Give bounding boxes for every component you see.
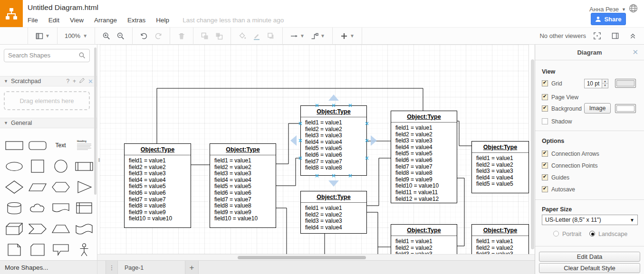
shape-rectangle[interactable] xyxy=(2,135,26,156)
background-color-swatch[interactable] xyxy=(615,104,636,113)
shape-text[interactable]: Text xyxy=(49,135,72,156)
shape-trapezoid[interactable] xyxy=(49,218,72,239)
shape-hexagon[interactable] xyxy=(49,177,72,198)
paper-size-select[interactable]: US-Letter (8,5" x 11") ▼ xyxy=(542,215,638,225)
shape-cloud[interactable] xyxy=(26,198,49,218)
shape-card[interactable] xyxy=(26,239,49,260)
connection-points-checkbox[interactable] xyxy=(542,162,548,169)
shape-cylinder[interactable] xyxy=(2,198,26,218)
background-image-button[interactable]: Image xyxy=(584,103,611,113)
grid-size-stepper[interactable]: ▲▼ xyxy=(602,79,608,88)
shape-step[interactable] xyxy=(26,218,49,239)
grid-color-swatch[interactable] xyxy=(615,79,636,88)
menu-help[interactable]: Help xyxy=(156,17,169,24)
more-shapes-button[interactable]: More Shapes... xyxy=(0,260,97,274)
shape-callout[interactable] xyxy=(49,239,72,260)
shape-ellipse[interactable] xyxy=(2,156,26,177)
landscape-radio[interactable] xyxy=(589,231,595,236)
canvas-vscrollbar[interactable] xyxy=(531,45,534,254)
shadow-checkbox[interactable] xyxy=(542,118,548,124)
grid-size-input[interactable]: 10 pt xyxy=(584,79,602,88)
collapse-toolbar-icon[interactable] xyxy=(627,30,638,41)
object-box[interactable]: Object:Typefield1 = value1field2 = value… xyxy=(210,143,276,228)
language-globe-icon[interactable] xyxy=(629,4,638,15)
toolbar-zoom-label-button[interactable]: 100%▼ xyxy=(63,30,89,41)
search-input[interactable] xyxy=(8,52,77,59)
menu-file[interactable]: File xyxy=(28,17,38,24)
toolbar-waypoints-button[interactable]: ▼ xyxy=(308,30,327,42)
object-box[interactable]: Object:Typefield1 = value1field2 = value… xyxy=(300,191,367,234)
toolbar-zoom-in-button[interactable] xyxy=(100,30,113,42)
share-button[interactable]: Share xyxy=(591,13,626,25)
pages-menu-button[interactable]: ⋮ xyxy=(106,261,118,274)
divider xyxy=(535,131,644,131)
scratchpad-edit-icon[interactable] xyxy=(79,78,85,85)
canvas-hscrollbar[interactable] xyxy=(97,254,535,260)
object-box[interactable]: Object:Typefield1 = value1field2 = value… xyxy=(124,143,191,228)
object-box-hovered[interactable]: Object:Typefield1 = value1field2 = value… xyxy=(300,105,367,176)
toolbar-fill-color-button[interactable] xyxy=(236,30,249,42)
menu-extras[interactable]: Extras xyxy=(127,17,145,24)
object-box[interactable]: Object:Typefield1 = value1field2 = value… xyxy=(391,111,457,203)
edit-data-button[interactable]: Edit Data xyxy=(539,252,640,262)
sidebar-scrollbar[interactable] xyxy=(94,47,96,195)
clear-default-style-button[interactable]: Clear Default Style xyxy=(539,263,640,273)
shape-parallelogram[interactable] xyxy=(26,177,49,198)
shape-square[interactable] xyxy=(26,156,49,177)
shape-actor[interactable] xyxy=(72,239,96,260)
tab-diagram[interactable]: Diagram xyxy=(535,49,644,56)
object-box[interactable]: Object:Typefield1 = value1field2 = value… xyxy=(471,141,529,193)
toolbar-line-color-button[interactable] xyxy=(250,30,263,42)
toolbar-insert-button[interactable]: ▼ xyxy=(338,30,356,42)
shape-internal-storage[interactable] xyxy=(72,198,96,218)
scratchpad-drop-zone[interactable]: Drag elements here xyxy=(4,91,90,110)
shape-document[interactable] xyxy=(49,198,72,218)
guides-checkbox[interactable] xyxy=(542,174,548,180)
toolbar-zoom-out-button[interactable] xyxy=(115,30,127,42)
shape-tape[interactable] xyxy=(72,218,96,239)
object-field: field4 = value4 xyxy=(395,144,455,151)
general-section[interactable]: ▼ General xyxy=(0,118,97,128)
toolbar-undo-button[interactable] xyxy=(138,30,150,42)
search-icon[interactable] xyxy=(78,52,86,61)
user-caret-icon[interactable]: ▼ xyxy=(622,7,626,12)
add-page-button[interactable]: + xyxy=(185,261,199,274)
scratchpad-section[interactable]: ▼ Scratchpad ? + ✕ xyxy=(0,76,97,86)
shape-process[interactable] xyxy=(72,156,96,177)
menu-arrange[interactable]: Arrange xyxy=(94,17,117,24)
scratchpad-help-icon[interactable]: ? xyxy=(66,78,69,85)
page-tab[interactable]: Page-1 xyxy=(118,261,185,274)
toolbar-shadow-button[interactable] xyxy=(265,30,277,42)
menu-view[interactable]: View xyxy=(70,17,84,24)
autosave-checkbox[interactable] xyxy=(542,186,548,192)
chevron-down-icon: ▼ xyxy=(4,79,8,84)
toolbar-view-button[interactable]: ▼ xyxy=(33,30,52,42)
shape-circle[interactable] xyxy=(49,156,72,177)
toolbar-redo-button[interactable] xyxy=(152,30,164,42)
sidebar-collapse-handle[interactable]: ‖ xyxy=(97,153,101,167)
toolbar-to-front-button[interactable] xyxy=(199,30,211,42)
fullscreen-icon[interactable] xyxy=(591,30,603,42)
toolbar-delete-button[interactable] xyxy=(175,30,188,42)
shape-textbox[interactable]: Heading xyxy=(72,135,96,156)
menu-edit[interactable]: Edit xyxy=(48,17,59,24)
user-menu[interactable]: Анна Резе xyxy=(589,6,619,13)
portrait-radio[interactable] xyxy=(553,231,559,236)
toolbar-to-back-button[interactable] xyxy=(213,30,225,42)
page-view-checkbox[interactable] xyxy=(542,94,548,100)
vscrollbar-thumb[interactable] xyxy=(531,59,534,249)
grid-checkbox[interactable] xyxy=(542,80,548,86)
shape-cube[interactable] xyxy=(2,218,26,239)
shape-rounded-rectangle[interactable] xyxy=(26,135,49,156)
scratchpad-close-icon[interactable]: ✕ xyxy=(88,78,93,85)
format-panel-toggle-icon[interactable] xyxy=(609,30,621,42)
scratchpad-add-icon[interactable]: + xyxy=(73,78,76,85)
toolbar-connection-button[interactable]: ▼ xyxy=(288,30,307,42)
hscrollbar-thumb[interactable] xyxy=(238,256,366,259)
connection-arrows-checkbox[interactable] xyxy=(542,151,548,157)
shape-note[interactable] xyxy=(2,239,26,260)
background-checkbox[interactable] xyxy=(542,105,548,112)
shape-triangle[interactable] xyxy=(72,177,96,198)
close-icon[interactable]: ✕ xyxy=(632,48,638,56)
shape-diamond[interactable] xyxy=(2,177,26,198)
